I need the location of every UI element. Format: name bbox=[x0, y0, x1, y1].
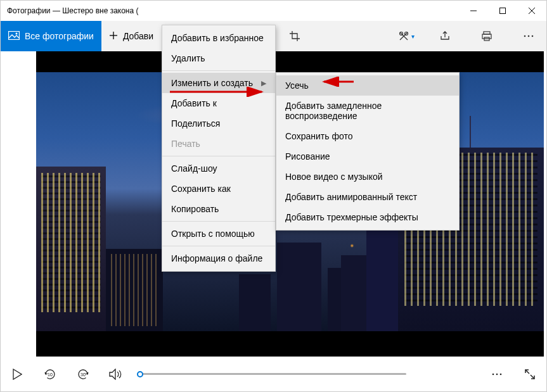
svg-rect-1 bbox=[500, 8, 506, 14]
menu-item-copy[interactable]: Копировать bbox=[162, 199, 275, 219]
svg-line-24 bbox=[525, 370, 529, 374]
menu-item-delete[interactable]: Удалить bbox=[162, 48, 275, 68]
svg-point-22 bbox=[496, 373, 498, 375]
menu-item-print: Печать bbox=[162, 134, 275, 154]
edit-create-button[interactable]: ▾ bbox=[397, 29, 415, 44]
submenu-item-add-animated-text[interactable]: Добавить анимированный текст bbox=[276, 187, 459, 207]
rewind-10-button[interactable]: 10 bbox=[41, 365, 59, 383]
submenu-item-trim[interactable]: Усечь bbox=[276, 75, 459, 96]
plus-icon bbox=[109, 31, 118, 42]
svg-rect-13 bbox=[482, 34, 491, 39]
progress-slider[interactable] bbox=[140, 373, 406, 375]
menu-item-save-as[interactable]: Сохранить как bbox=[162, 179, 275, 199]
toolbar-right: ▾ bbox=[397, 21, 540, 51]
chevron-right-icon: ▶ bbox=[261, 79, 266, 87]
play-button[interactable] bbox=[8, 365, 26, 383]
submenu-item-add-3d-effects[interactable]: Добавить трехмерные эффекты bbox=[276, 207, 459, 227]
close-button[interactable] bbox=[517, 1, 546, 21]
svg-point-23 bbox=[500, 373, 502, 375]
svg-point-21 bbox=[492, 373, 494, 375]
context-menu[interactable]: Добавить в избранное Удалить Изменить и … bbox=[162, 25, 276, 272]
submenu-item-save-photo[interactable]: Сохранить фото bbox=[276, 126, 459, 146]
chevron-down-icon: ▾ bbox=[411, 33, 415, 40]
menu-item-file-info[interactable]: Информация о файле bbox=[162, 248, 275, 269]
menu-item-edit-create[interactable]: Изменить и создать▶ bbox=[162, 73, 275, 93]
add-to-label: Добави bbox=[123, 31, 153, 41]
window-controls bbox=[459, 1, 546, 21]
menu-item-slideshow[interactable]: Слайд-шоу bbox=[162, 158, 275, 179]
crop-button[interactable] bbox=[283, 21, 306, 51]
forward-amount-label: 30 bbox=[80, 372, 86, 376]
menu-separator bbox=[162, 221, 275, 222]
menu-separator bbox=[162, 70, 275, 71]
svg-line-25 bbox=[531, 375, 534, 379]
svg-point-17 bbox=[532, 35, 534, 37]
more-player-button[interactable] bbox=[488, 365, 506, 383]
submenu-item-slowmo[interactable]: Добавить замедленное воспроизведение bbox=[276, 96, 459, 126]
fullscreen-button[interactable] bbox=[521, 365, 539, 383]
svg-rect-4 bbox=[9, 31, 20, 39]
menu-item-share[interactable]: Поделиться bbox=[162, 113, 275, 134]
submenu-item-draw[interactable]: Рисование bbox=[276, 146, 459, 167]
progress-thumb[interactable] bbox=[137, 371, 143, 377]
rewind-amount-label: 10 bbox=[48, 372, 53, 376]
menu-item-open-with[interactable]: Открыть с помощью bbox=[162, 224, 275, 244]
submenu-item-new-video-music[interactable]: Новое видео с музыкой bbox=[276, 167, 459, 187]
all-photos-button[interactable]: Все фотографии bbox=[1, 21, 101, 51]
share-button[interactable] bbox=[434, 21, 456, 51]
menu-item-add-to[interactable]: Добавить к bbox=[162, 93, 275, 113]
menu-separator bbox=[162, 156, 275, 156]
more-button[interactable] bbox=[517, 21, 540, 51]
svg-point-15 bbox=[524, 35, 526, 37]
maximize-button[interactable] bbox=[488, 1, 517, 21]
all-photos-label: Все фотографии bbox=[25, 31, 94, 41]
window-title: Фотографии — Шестеро вне закона ( bbox=[7, 6, 459, 15]
svg-point-16 bbox=[528, 35, 530, 37]
volume-button[interactable] bbox=[107, 365, 125, 383]
svg-point-5 bbox=[16, 32, 18, 34]
minimize-button[interactable] bbox=[459, 1, 488, 21]
photo-icon bbox=[8, 31, 20, 42]
player-controls: 10 30 bbox=[1, 357, 546, 391]
menu-separator bbox=[162, 246, 275, 246]
forward-30-button[interactable]: 30 bbox=[74, 365, 92, 383]
add-to-button[interactable]: Добави bbox=[101, 21, 161, 51]
print-button[interactable] bbox=[475, 21, 498, 51]
menu-item-add-favorite[interactable]: Добавить в избранное bbox=[162, 28, 275, 48]
edit-icon bbox=[397, 29, 410, 44]
svg-marker-20 bbox=[13, 369, 22, 379]
titlebar: Фотографии — Шестеро вне закона ( bbox=[1, 1, 546, 21]
submenu-edit-create[interactable]: Усечь Добавить замедленное воспроизведен… bbox=[276, 72, 460, 231]
